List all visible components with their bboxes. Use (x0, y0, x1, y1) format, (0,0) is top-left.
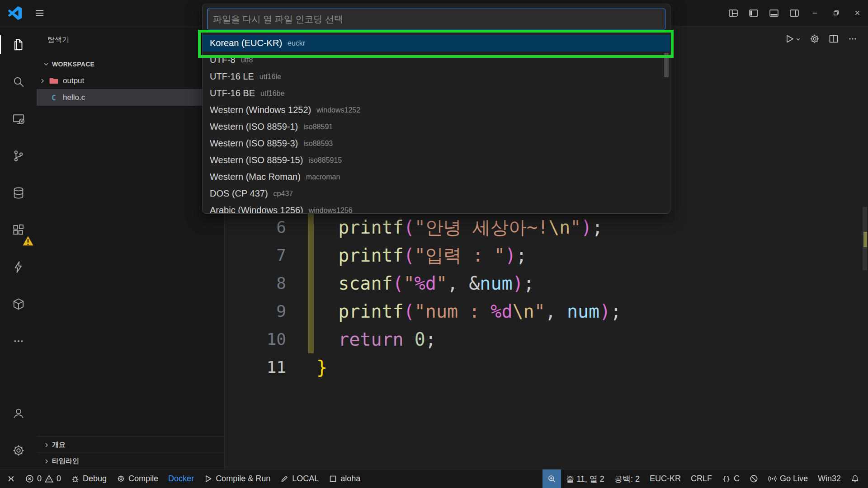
status-text: Go Live (780, 474, 808, 483)
code-line-11[interactable]: 11} (225, 353, 868, 381)
code-text: } (286, 353, 327, 381)
quickpick-item-label: Western (ISO 8859-15) (210, 155, 303, 165)
toggle-panel-icon[interactable] (764, 0, 784, 26)
status-compile-task[interactable]: Compile (112, 469, 163, 488)
status-encoding[interactable]: EUC-KR (645, 469, 686, 488)
quickpick-item[interactable]: UTF-16 BEutf16be (203, 85, 670, 102)
quickpick-item[interactable]: Western (ISO 8859-1)iso88591 (203, 118, 670, 135)
status-aloha[interactable]: aloha (324, 469, 365, 488)
quickpick-item[interactable]: Western (Mac Roman)macroman (203, 169, 670, 185)
tree-item-label: hello.c (63, 93, 85, 102)
search-icon[interactable] (0, 63, 37, 100)
quickpick-item-detail: cp437 (274, 190, 293, 198)
workspace-section-header[interactable]: WORKSPACE (37, 56, 224, 72)
status-problems[interactable]: 00 (20, 469, 66, 488)
status-text: 0 (57, 474, 61, 483)
broadcast-icon (768, 474, 777, 483)
run-extension-icon[interactable] (0, 249, 37, 286)
line-number: 10 (225, 325, 286, 353)
minimize-button[interactable] (804, 0, 826, 26)
vscode-logo-icon (0, 6, 30, 20)
line-number: 8 (225, 269, 286, 297)
quickpick-item-label: Korean (EUC-KR) (210, 38, 282, 48)
quickpick-item-detail: windows1252 (316, 106, 360, 114)
quickpick-item-label: Western (Mac Roman) (210, 172, 301, 182)
code-line-6[interactable]: 6 printf("안녕 세상아~!\n"); (225, 213, 868, 241)
quickpick-item-label: UTF-16 LE (210, 71, 254, 82)
quickpick-item-detail: macroman (306, 173, 340, 181)
explorer-icon[interactable] (0, 26, 37, 63)
status-language-mode[interactable]: {}C (717, 469, 745, 488)
toggle-primary-sidebar-icon[interactable] (743, 0, 764, 26)
database-icon[interactable] (0, 174, 37, 211)
status-local-profile[interactable]: LOCAL (275, 469, 324, 488)
braces-icon: {} (722, 474, 731, 483)
run-settings-gear-icon[interactable] (809, 33, 820, 44)
status-docker-context[interactable]: Docker (163, 469, 199, 488)
bug-icon (71, 474, 80, 483)
tree-item-label: output (63, 76, 84, 85)
status-extension-status[interactable] (745, 469, 763, 488)
quickpick-item-detail: iso885915 (308, 156, 342, 164)
menu-hamburger-icon[interactable] (30, 0, 50, 26)
status-cursor-position[interactable]: 줄 11, 열 2 (561, 469, 609, 488)
account-icon[interactable] (0, 395, 37, 432)
status-platform[interactable]: Win32 (813, 469, 846, 488)
editor-scrollbar[interactable] (862, 26, 868, 469)
status-indentation[interactable]: 공백: 2 (609, 469, 645, 488)
quickpick-input[interactable] (213, 14, 660, 24)
status-zoom[interactable] (542, 469, 561, 488)
code-line-7[interactable]: 7 printf("입력 : "); (225, 241, 868, 269)
toggle-secondary-sidebar-icon[interactable] (784, 0, 804, 26)
quickpick-scrollbar-thumb[interactable] (664, 53, 669, 77)
section-header-개요[interactable]: 개요 (37, 436, 224, 453)
quickpick-item[interactable]: DOS (CP 437)cp437 (203, 185, 670, 202)
quickpick-item-label: Western (ISO 8859-3) (210, 138, 298, 149)
status-remote-indicator[interactable] (2, 469, 20, 488)
source-control-icon[interactable] (0, 137, 37, 174)
code-text: printf("안녕 세상아~!\n"); (286, 213, 603, 241)
restore-button[interactable] (826, 0, 847, 26)
quickpick-item[interactable]: Western (Windows 1252)windows1252 (203, 102, 670, 118)
code-line-8[interactable]: 8 scanf("%d", &num); (225, 269, 868, 297)
run-code-button[interactable] (784, 33, 801, 44)
close-button[interactable] (847, 0, 868, 26)
quickpick-item[interactable]: UTF-16 LEutf16le (203, 68, 670, 85)
tree-item-output[interactable]: output (37, 72, 224, 89)
customize-layout-icon[interactable] (723, 0, 743, 26)
status-compile-run-task[interactable]: Compile & Run (199, 469, 275, 488)
split-editor-icon[interactable] (828, 33, 839, 44)
quickpick-item[interactable]: Western (ISO 8859-15)iso885915 (203, 152, 670, 169)
quickpick-item[interactable]: Arabic (Windows 1256)windows1256 (203, 202, 670, 214)
chevron-down-icon (40, 61, 52, 68)
remote-explorer-icon[interactable] (0, 100, 37, 137)
quickpick-item[interactable]: Western (ISO 8859-3)iso88593 (203, 135, 670, 152)
containers-icon[interactable] (0, 286, 37, 323)
status-eol[interactable]: CRLF (686, 469, 717, 488)
extensions-icon[interactable] (0, 211, 37, 249)
status-notifications[interactable] (846, 469, 864, 488)
line-number: 7 (225, 241, 286, 269)
editor-more-actions-icon[interactable] (847, 33, 858, 44)
code-line-9[interactable]: 9 printf("num : %d\n", num); (225, 297, 868, 325)
code-text: printf("입력 : "); (286, 241, 527, 269)
quickpick-list: Korean (EUC-KR)euckrUTF-8utf8UTF-16 LEut… (203, 35, 670, 214)
status-text: Compile & Run (216, 474, 270, 483)
remote-icon (7, 474, 15, 483)
tree-item-hello.c[interactable]: Chello.c (37, 89, 224, 106)
section-header-타임라인[interactable]: 타임라인 (37, 453, 224, 469)
sidebar-bottom-sections: 개요타임라인 (37, 436, 224, 469)
status-go-live[interactable]: Go Live (763, 469, 813, 488)
folder-icon (48, 76, 59, 85)
more-views-icon[interactable] (0, 323, 37, 360)
quickpick-encoding-dropdown: Korean (EUC-KR)euckrUTF-8utf8UTF-16 LEut… (202, 4, 670, 214)
code-line-10[interactable]: 10 return 0; (225, 325, 868, 353)
status-text: 공백: 2 (614, 474, 640, 484)
svg-text:{}: {} (722, 475, 730, 483)
settings-gear-icon[interactable] (0, 432, 37, 469)
status-debug[interactable]: Debug (66, 469, 112, 488)
quickpick-item[interactable]: UTF-8utf8 (203, 52, 670, 68)
status-text: aloha (340, 474, 360, 483)
error-icon (25, 474, 34, 483)
quickpick-item[interactable]: Korean (EUC-KR)euckr (203, 35, 670, 52)
